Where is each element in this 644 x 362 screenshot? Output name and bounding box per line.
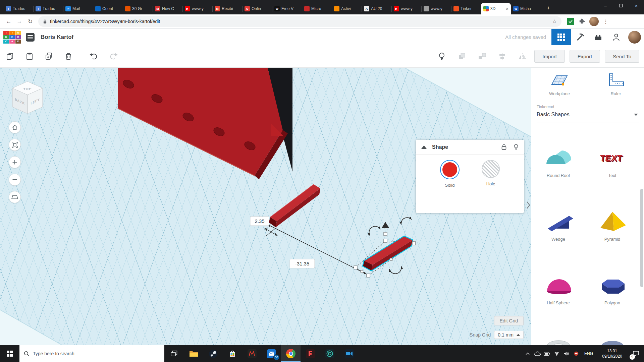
volume-icon[interactable] bbox=[561, 345, 571, 362]
browser-tab[interactable]: W Micha × bbox=[511, 3, 541, 14]
export-button[interactable]: Export bbox=[570, 50, 600, 63]
mail-app-button[interactable]: 30 bbox=[262, 345, 281, 362]
browser-tab[interactable]: M Recibi × bbox=[212, 3, 242, 14]
home-view-button[interactable] bbox=[9, 121, 21, 133]
app-sim-button[interactable] bbox=[571, 29, 589, 45]
window-maximize-button[interactable] bbox=[613, 0, 629, 11]
dim-distance-field[interactable]: -31.35 bbox=[290, 259, 315, 268]
reload-button[interactable]: ↻ bbox=[25, 16, 36, 27]
start-button[interactable] bbox=[0, 345, 19, 362]
browser-tab[interactable]: T Traduc × bbox=[33, 3, 63, 14]
browser-tab[interactable]: A AU 20 × bbox=[362, 3, 391, 14]
group-button[interactable] bbox=[454, 49, 469, 64]
shape-pyramid[interactable]: Pyramid bbox=[585, 208, 639, 242]
fit-view-button[interactable] bbox=[9, 139, 21, 151]
browser-tab[interactable]: ▶ www.y × bbox=[391, 3, 421, 14]
extension-check-icon[interactable] bbox=[567, 18, 574, 25]
show-all-button[interactable] bbox=[434, 49, 449, 64]
wifi-icon[interactable] bbox=[552, 345, 561, 362]
browser-tab[interactable]: www.y × bbox=[421, 3, 451, 14]
browser-menu-icon[interactable]: ⋮ bbox=[603, 18, 608, 25]
url-input[interactable]: tinkercad.com/things/4V2zArSWy9m-boris-k… bbox=[38, 16, 561, 27]
rotate-handle[interactable] bbox=[389, 266, 401, 274]
scale-handle[interactable] bbox=[354, 266, 357, 269]
browser-tab[interactable]: O Onlin × bbox=[242, 3, 272, 14]
mirror-button[interactable] bbox=[515, 49, 530, 64]
edge-handle[interactable] bbox=[390, 258, 392, 261]
onedrive-cloud-icon[interactable] bbox=[532, 345, 542, 362]
undo-button[interactable] bbox=[87, 49, 101, 64]
design-properties-button[interactable] bbox=[26, 33, 35, 42]
security-alert-icon[interactable] bbox=[571, 345, 581, 362]
browser-profile-avatar[interactable] bbox=[589, 17, 599, 26]
shape-wedge[interactable]: Wedge bbox=[531, 208, 585, 242]
ungroup-button[interactable] bbox=[475, 49, 489, 64]
duplicate-button[interactable] bbox=[42, 49, 56, 64]
redo-button[interactable] bbox=[106, 49, 121, 64]
browser-tab[interactable]: 30 Gr × bbox=[123, 3, 153, 14]
shape-polygon[interactable]: Polygon bbox=[585, 272, 639, 306]
browser-tab[interactable]: Micro × bbox=[302, 3, 332, 14]
zoom-in-button[interactable] bbox=[9, 156, 21, 168]
scale-handle[interactable] bbox=[384, 239, 387, 242]
align-button[interactable] bbox=[495, 49, 509, 64]
forward-button[interactable]: → bbox=[14, 16, 25, 27]
object-red-rod[interactable] bbox=[269, 184, 320, 227]
visibility-bulb-icon[interactable] bbox=[514, 144, 519, 150]
object-red-panel[interactable] bbox=[118, 68, 288, 179]
tinkercad-logo[interactable]: TINKERCAD bbox=[3, 31, 21, 44]
scale-handle[interactable] bbox=[412, 242, 416, 245]
app-brick-button[interactable] bbox=[589, 29, 607, 45]
browser-tab[interactable]: T Traduc × bbox=[3, 3, 33, 14]
rotate-handle[interactable] bbox=[369, 226, 380, 236]
window-close-button[interactable]: × bbox=[629, 0, 644, 11]
browser-tab[interactable]: Activi × bbox=[332, 3, 362, 14]
collapse-triangle-icon[interactable] bbox=[421, 145, 427, 149]
browser-tab[interactable]: W Free V × bbox=[272, 3, 302, 14]
move-up-cone-handle[interactable] bbox=[382, 222, 389, 228]
workplane-tool[interactable]: Workplane bbox=[538, 72, 581, 96]
dim-offset-field[interactable]: 2.35 bbox=[250, 217, 269, 226]
store-button[interactable] bbox=[223, 345, 242, 362]
browser-tab[interactable]: 3D × bbox=[481, 3, 511, 14]
lock-icon[interactable] bbox=[501, 144, 507, 150]
action-center-button[interactable]: 5 bbox=[628, 345, 644, 362]
rotate-handle[interactable] bbox=[401, 218, 412, 225]
design-title[interactable]: Boris Kartof bbox=[41, 34, 73, 41]
height-handle[interactable] bbox=[384, 232, 387, 236]
task-view-button[interactable] bbox=[164, 345, 184, 362]
delete-button[interactable] bbox=[61, 49, 76, 64]
shape-text[interactable]: TEXT TEXT Text bbox=[585, 145, 639, 178]
shape-round-roof[interactable]: Round Roof bbox=[531, 145, 585, 178]
tray-chevron-icon[interactable] bbox=[523, 345, 532, 362]
camera-app-button[interactable] bbox=[339, 345, 359, 362]
language-indicator[interactable]: ENG bbox=[581, 351, 596, 356]
file-explorer-button[interactable] bbox=[184, 345, 203, 362]
hole-option[interactable]: Hole bbox=[482, 160, 500, 188]
browser-tab[interactable]: Cuent × bbox=[93, 3, 123, 14]
edge-handle[interactable] bbox=[361, 270, 363, 273]
browser-tab[interactable]: Tinker × bbox=[451, 3, 481, 14]
browser-tab[interactable]: M How C × bbox=[153, 3, 182, 14]
snap-grid-select[interactable]: 0.1 mm bbox=[494, 331, 524, 339]
tab-close-icon[interactable]: × bbox=[506, 6, 508, 11]
shape-partial-tube[interactable] bbox=[531, 336, 585, 345]
app-blocks-button[interactable] bbox=[551, 29, 571, 45]
category-dropdown[interactable]: Basic Shapes bbox=[537, 109, 639, 122]
view-cube[interactable]: TOP BACK LEFT bbox=[9, 78, 46, 116]
copy-button[interactable] bbox=[3, 49, 17, 64]
shape-half-sphere[interactable]: Half Sphere bbox=[531, 272, 585, 306]
clock[interactable]: 13:31 09/10/2020 bbox=[596, 348, 628, 359]
window-minimize-button[interactable]: – bbox=[598, 0, 613, 11]
send-to-button[interactable]: Send To bbox=[605, 50, 639, 63]
browser-tab[interactable]: ▶ www.y × bbox=[182, 3, 212, 14]
edit-grid-button[interactable]: Edit Grid bbox=[494, 316, 524, 325]
extensions-puzzle-icon[interactable] bbox=[579, 18, 585, 25]
browser-tab[interactable]: ✉ Mail - × bbox=[63, 3, 93, 14]
game-app-button[interactable] bbox=[242, 345, 262, 362]
bookmark-star-icon[interactable]: ☆ bbox=[552, 18, 557, 24]
chrome-button[interactable] bbox=[281, 345, 301, 362]
taskbar-search-input[interactable]: Type here to search bbox=[19, 345, 164, 362]
f-app-button[interactable] bbox=[301, 345, 320, 362]
paste-button[interactable] bbox=[22, 49, 37, 64]
